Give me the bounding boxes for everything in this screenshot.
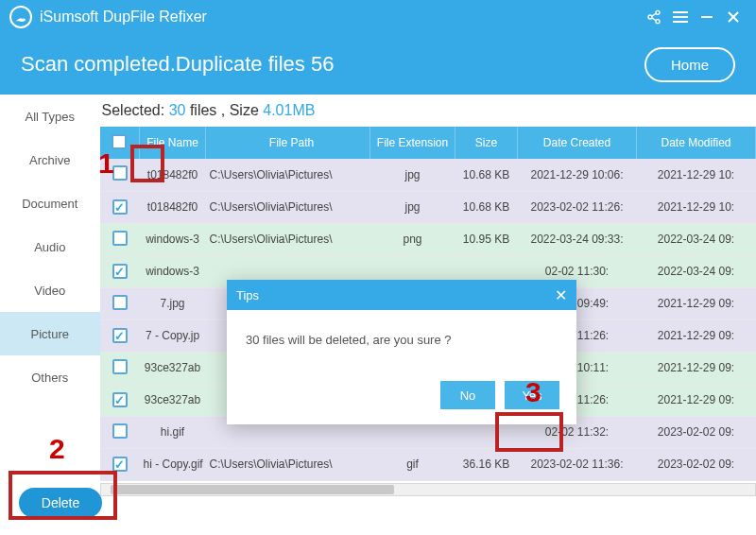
column-header[interactable]: Date Created bbox=[518, 127, 637, 159]
sidebar-item-others[interactable]: Others bbox=[0, 355, 100, 399]
svg-point-2 bbox=[656, 20, 660, 24]
row-checkbox[interactable] bbox=[112, 359, 128, 374]
sidebar-item-archive[interactable]: Archive bbox=[0, 138, 100, 181]
dialog-no-button[interactable]: No bbox=[440, 381, 495, 409]
app-title: iSumsoft DupFile Refixer bbox=[40, 9, 207, 26]
sidebar-item-audio[interactable]: Audio bbox=[0, 225, 100, 268]
sidebar-item-all-types[interactable]: All Types bbox=[0, 95, 100, 138]
table-cell: 2021-12-29 10:06: bbox=[518, 159, 637, 191]
table-cell: 2023-02-02 09: bbox=[637, 448, 756, 480]
table-cell: 2022-03-24 09: bbox=[637, 223, 756, 255]
table-cell: t018482f0 bbox=[140, 191, 206, 223]
table-cell: C:\Users\Olivia\Pictures\ bbox=[206, 159, 370, 191]
table-cell: 2022-03-24 09:33: bbox=[518, 223, 637, 255]
row-checkbox[interactable] bbox=[112, 295, 128, 310]
table-cell: 2023-02-02 09: bbox=[637, 416, 756, 448]
svg-point-0 bbox=[656, 10, 660, 14]
select-all-checkbox[interactable] bbox=[112, 134, 127, 149]
minimize-icon[interactable] bbox=[694, 4, 720, 30]
table-cell: gif bbox=[370, 448, 455, 480]
row-checkbox[interactable] bbox=[112, 165, 128, 181]
table-cell: 10.68 KB bbox=[455, 159, 518, 191]
svg-line-4 bbox=[652, 18, 657, 21]
svg-line-3 bbox=[652, 13, 657, 16]
selection-size: 4.01MB bbox=[263, 102, 315, 118]
title-bar: iSumsoft DupFile Refixer bbox=[0, 0, 756, 34]
table-cell bbox=[100, 448, 140, 480]
row-checkbox[interactable] bbox=[112, 199, 128, 215]
share-icon[interactable] bbox=[641, 4, 667, 30]
table-cell: jpg bbox=[370, 191, 455, 223]
table-cell: t018482f0 bbox=[140, 159, 206, 191]
table-row[interactable]: t018482f0C:\Users\Olivia\Pictures\jpg10.… bbox=[100, 159, 756, 191]
selection-count: 30 bbox=[169, 102, 186, 118]
selection-prefix: Selected: bbox=[102, 102, 169, 118]
row-checkbox[interactable] bbox=[112, 328, 128, 343]
table-cell: 2021-12-29 10: bbox=[637, 191, 756, 223]
table-cell bbox=[100, 319, 140, 352]
table-cell bbox=[100, 352, 140, 384]
app-logo-icon bbox=[9, 6, 32, 28]
table-cell: png bbox=[370, 223, 455, 255]
row-checkbox[interactable] bbox=[112, 392, 128, 407]
table-cell: 2021-12-29 09: bbox=[637, 352, 756, 384]
menu-icon[interactable] bbox=[667, 4, 694, 30]
row-checkbox[interactable] bbox=[112, 457, 128, 472]
table-cell bbox=[100, 416, 140, 448]
table-cell: 7 - Copy.jp bbox=[140, 319, 206, 352]
table-cell bbox=[100, 384, 140, 416]
horizontal-scrollbar[interactable] bbox=[100, 483, 757, 496]
close-icon[interactable] bbox=[720, 4, 747, 30]
table-cell: 2023-02-02 11:26: bbox=[518, 191, 637, 223]
dialog-header: Tips ✕ bbox=[227, 280, 576, 310]
column-header[interactable]: File Name bbox=[140, 127, 206, 159]
table-cell: hi - Copy.gif bbox=[140, 448, 206, 480]
table-cell bbox=[100, 255, 140, 287]
dialog-yes-button[interactable]: Yes bbox=[505, 381, 559, 409]
table-cell: jpg bbox=[370, 159, 455, 191]
status-bar: Scan completed.Duplicate files 56 Home bbox=[0, 34, 756, 95]
column-header[interactable]: Date Modified bbox=[637, 127, 756, 159]
table-cell: C:\Users\Olivia\Pictures\ bbox=[206, 448, 370, 480]
table-cell: 2021-12-29 09: bbox=[637, 384, 756, 416]
table-cell: 2021-12-29 10: bbox=[637, 159, 756, 191]
row-checkbox[interactable] bbox=[112, 231, 128, 246]
table-cell bbox=[100, 159, 140, 191]
selection-summary: Selected: 30 files , Size 4.01MB bbox=[100, 100, 757, 127]
delete-button[interactable]: Delete bbox=[19, 488, 102, 518]
table-cell: 93ce327ab bbox=[140, 384, 206, 416]
column-header[interactable]: File Extension bbox=[370, 127, 455, 159]
table-row[interactable]: hi - Copy.gifC:\Users\Olivia\Pictures\gi… bbox=[100, 448, 756, 480]
scan-status: Scan completed.Duplicate files 56 bbox=[21, 52, 334, 77]
table-cell: 7.jpg bbox=[140, 287, 206, 319]
table-cell: windows-3 bbox=[140, 223, 206, 255]
table-cell bbox=[100, 191, 140, 223]
row-checkbox[interactable] bbox=[112, 423, 128, 439]
dialog-close-icon[interactable]: ✕ bbox=[555, 286, 567, 304]
sidebar-item-video[interactable]: Video bbox=[0, 268, 100, 312]
table-cell: 93ce327ab bbox=[140, 352, 206, 384]
selection-mid: files , Size bbox=[185, 102, 263, 118]
table-cell: windows-3 bbox=[140, 255, 206, 287]
table-row[interactable]: windows-3C:\Users\Olivia\Pictures\png10.… bbox=[100, 223, 756, 255]
home-button[interactable]: Home bbox=[644, 47, 735, 82]
column-header[interactable]: Size bbox=[455, 127, 518, 159]
table-cell: 2021-12-29 09: bbox=[637, 287, 756, 319]
table-row[interactable]: t018482f0C:\Users\Olivia\Pictures\jpg10.… bbox=[100, 191, 756, 223]
svg-point-1 bbox=[648, 15, 652, 19]
sidebar-item-document[interactable]: Document bbox=[0, 181, 100, 225]
confirm-dialog: Tips ✕ 30 files will be deleted, are you… bbox=[227, 280, 576, 424]
sidebar-item-picture[interactable]: Picture bbox=[0, 312, 100, 355]
table-cell: 10.95 KB bbox=[455, 223, 518, 255]
table-cell: 36.16 KB bbox=[455, 448, 518, 480]
table-cell bbox=[100, 223, 140, 255]
table-cell bbox=[100, 287, 140, 319]
sidebar: All TypesArchiveDocumentAudioVideoPictur… bbox=[0, 95, 100, 535]
table-cell: hi.gif bbox=[140, 416, 206, 448]
row-checkbox[interactable] bbox=[112, 264, 128, 279]
dialog-message: 30 files will be deleted, are you sure ? bbox=[227, 310, 576, 381]
column-header[interactable]: File Path bbox=[206, 127, 370, 159]
table-cell: 2022-03-24 09: bbox=[637, 255, 756, 287]
column-header-select[interactable] bbox=[100, 127, 140, 159]
table-cell: C:\Users\Olivia\Pictures\ bbox=[206, 191, 370, 223]
